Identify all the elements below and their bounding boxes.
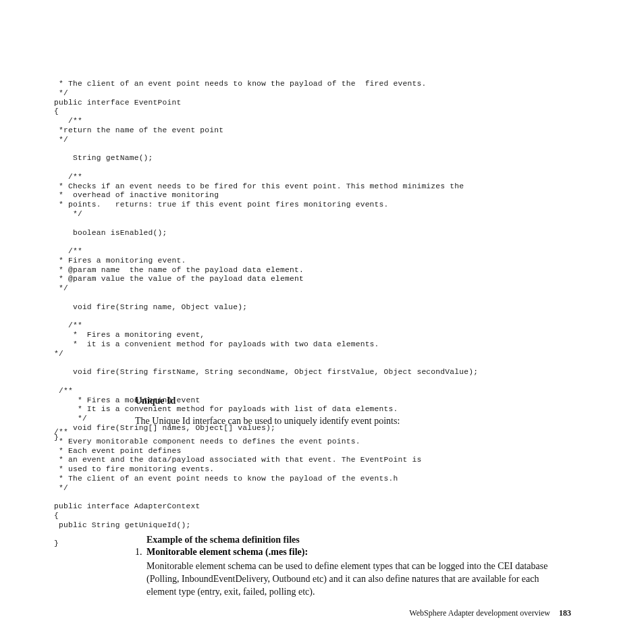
example-heading: Example of the schema definition files: [146, 535, 300, 545]
page-footer: WebSphere Adapter development overview 1…: [409, 608, 571, 618]
section-heading-unique-id: Unique Id: [135, 396, 176, 406]
section-description: The Unique Id interface can be used to u…: [135, 415, 563, 428]
code-block-adaptercontext: /** * Every monitorable component needs …: [54, 428, 603, 549]
list-body-text: Monitorable element schema can be used t…: [146, 560, 563, 599]
numbered-list-item: 1. Monitorable element schema (.mes file…: [135, 547, 563, 599]
code-text: * The client of an event point needs to …: [54, 80, 603, 442]
code-block-eventpoint: * The client of an event point needs to …: [54, 80, 603, 442]
list-number: 1.: [135, 547, 146, 558]
code-text: /** * Every monitorable component needs …: [54, 428, 603, 549]
footer-text: WebSphere Adapter development overview: [409, 608, 550, 618]
page-content: * The client of an event point needs to …: [0, 0, 644, 644]
list-label: Monitorable element schema (.mes file):: [146, 547, 563, 558]
footer-page-number: 183: [559, 608, 571, 618]
